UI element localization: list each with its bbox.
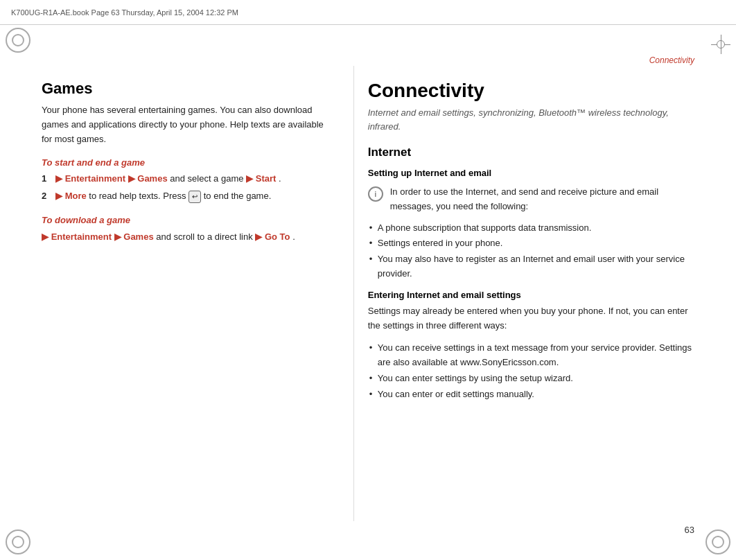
connectivity-title: Connectivity <box>368 80 694 102</box>
page-number: 63 <box>685 525 694 535</box>
step-1: 1 ▶ Entertainment ▶ Games and select a g… <box>42 172 333 186</box>
step-2: 2 ▶ More to read help texts. Press ↩ to … <box>42 189 333 204</box>
step-2-content: ▶ More to read help texts. Press ↩ to en… <box>55 189 333 204</box>
bullet-2-2: You can enter settings by using the setu… <box>368 371 694 386</box>
proc1-steps: 1 ▶ Entertainment ▶ Games and select a g… <box>42 172 333 204</box>
arrow-6: ▶ <box>114 231 121 242</box>
proc1-heading: To start and end a game <box>42 157 333 168</box>
bullet-1-2: Settings entered in your phone. <box>368 236 694 251</box>
menu-entertainment: Entertainment <box>65 173 128 184</box>
note-text: In order to use the Internet, and send a… <box>390 185 694 214</box>
bullet-1-3: You may also have to register as an Inte… <box>368 252 694 281</box>
end-button-icon: ↩ <box>189 191 201 203</box>
arrow-1: ▶ <box>55 173 62 184</box>
step-1-text-b: . <box>279 173 281 184</box>
bullet-2-1: You can receive settings in a text messa… <box>368 341 694 370</box>
settings-intro: Settings may already be entered when you… <box>368 304 694 333</box>
arrow-3: ▶ <box>246 173 253 184</box>
menu-goto: Go To <box>265 231 290 242</box>
step-2-text-b: to end the game. <box>204 191 272 201</box>
step-1-content: ▶ Entertainment ▶ Games and select a gam… <box>55 172 333 186</box>
proc2-text-b: . <box>292 231 295 242</box>
arrow-2: ▶ <box>128 173 135 184</box>
step-2-num: 2 <box>42 189 51 204</box>
connectivity-subtitle: Internet and email settings, synchronizi… <box>368 106 694 133</box>
step-1-text-a: and select a game <box>170 173 246 184</box>
header-bar: K700UG-R1A-AE.book Page 63 Thursday, Apr… <box>0 0 736 25</box>
menu-games: Games <box>137 173 170 184</box>
menu-entertainment-2: Entertainment <box>51 231 114 242</box>
arrow-5: ▶ <box>42 231 49 242</box>
proc2-line1: ▶ Entertainment ▶ Games and scroll to a … <box>42 229 333 245</box>
arrow-4: ▶ <box>55 191 62 201</box>
internet-title: Internet <box>368 146 694 159</box>
menu-more: More <box>65 191 89 201</box>
section-label: Connectivity <box>649 55 694 65</box>
proc2-heading: To download a game <box>42 215 333 225</box>
corner-decoration-br <box>697 521 730 554</box>
page: K700UG-R1A-AE.book Page 63 Thursday, Apr… <box>0 0 736 560</box>
note-box: i In order to use the Internet, and send… <box>368 185 694 214</box>
proc2-text-a: and scroll to a direct link <box>156 231 255 242</box>
content-area: Games Your phone has several entertainin… <box>0 66 736 521</box>
setting-up-title: Setting up Internet and email <box>368 168 694 178</box>
step-2-text-a: to read help texts. Press <box>89 191 189 201</box>
bullets2: You can receive settings in a text messa… <box>368 341 694 401</box>
note-icon: i <box>368 186 383 202</box>
right-column: Connectivity Internet and email settings… <box>353 66 736 521</box>
bullets1: A phone subscription that supports data … <box>368 221 694 281</box>
games-title: Games <box>42 80 333 98</box>
bullet-2-3: You can enter or edit settings manually. <box>368 387 694 402</box>
bullet-1-1: A phone subscription that supports data … <box>368 221 694 236</box>
corner-decoration-tr <box>697 28 730 61</box>
arrow-7: ▶ <box>255 231 262 242</box>
corner-decoration-tl <box>6 28 39 61</box>
corner-decoration-bl <box>6 521 39 554</box>
entering-settings-title: Entering Internet and email settings <box>368 290 694 300</box>
menu-games-2: Games <box>123 231 156 242</box>
games-intro: Your phone has several entertaining game… <box>42 103 333 146</box>
header-text: K700UG-R1A-AE.book Page 63 Thursday, Apr… <box>11 8 238 17</box>
step-1-num: 1 <box>42 172 51 186</box>
menu-start: Start <box>256 173 277 184</box>
left-column: Games Your phone has several entertainin… <box>0 66 353 521</box>
